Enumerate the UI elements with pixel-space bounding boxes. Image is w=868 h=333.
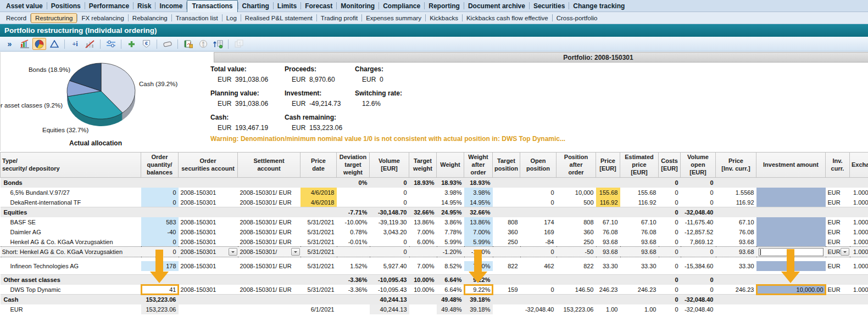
delta-icon[interactable]	[47, 38, 61, 50]
menu-tab-securities[interactable]: Securities	[530, 1, 569, 11]
performance-chart-icon[interactable]	[18, 38, 31, 50]
menu-tab-reporting[interactable]: Reporting	[425, 1, 464, 11]
settings-sliders-icon[interactable]	[104, 38, 118, 50]
cell-wao: 32.66%	[464, 207, 493, 217]
column-header-exch[interactable]: Exchange	[850, 153, 868, 178]
subtab-realised-p-l-statement[interactable]: Realised P&L statement	[241, 14, 316, 22]
cell-invcurr[interactable]: EUR	[826, 247, 850, 257]
table-row-equities: Equities-7.71%-30,148.7032.66%24.95%32.6…	[1, 207, 868, 217]
cell-invamt[interactable]: 10,000.00	[756, 285, 826, 295]
cell-wao[interactable]: 14.95%	[464, 197, 493, 207]
column-header-tpos[interactable]: Target position	[493, 153, 520, 178]
cell-wao[interactable]: 7.00%	[464, 227, 493, 237]
subtab-kickbacks[interactable]: Kickbacks	[426, 14, 462, 22]
column-header-date[interactable]: Price date	[301, 153, 337, 178]
subtab-record[interactable]: Record	[2, 14, 30, 22]
cell-qty[interactable]: -40	[141, 227, 179, 237]
column-header-sec[interactable]: Order securities account	[179, 153, 238, 178]
subtab-restructuring[interactable]: Restructuring	[31, 13, 77, 23]
cell-qty: 153,223.06	[141, 304, 179, 314]
cell-qty[interactable]: 0	[141, 197, 179, 207]
subtab-cross-portfolio[interactable]: Cross-portfolio	[553, 14, 602, 22]
column-header-twgt[interactable]: Target weight	[409, 153, 437, 178]
add-info-icon[interactable]: +i	[68, 38, 82, 50]
dropdown-button[interactable]	[291, 248, 300, 256]
menu-tab-performance[interactable]: Performance	[85, 1, 133, 11]
column-header-priceinv[interactable]: Price [Inv. curr.]	[716, 153, 756, 178]
menu-tab-charting[interactable]: Charting	[238, 1, 273, 11]
add-icon[interactable]	[125, 38, 138, 50]
cell-name[interactable]: Cash	[1, 295, 141, 304]
menu-tab-transactions[interactable]: Transactions	[187, 0, 237, 12]
tutorial-arrow-order-quantity	[150, 250, 169, 284]
menu-tab-risk[interactable]: Risk	[133, 1, 155, 11]
column-header-invcurr[interactable]: Inv. curr.	[826, 153, 850, 178]
cell-qty[interactable]: 0	[141, 237, 179, 247]
menu-tab-income[interactable]: Income	[155, 1, 186, 11]
cell-name[interactable]: Short: Henkel AG & Co. KGaA Vorzugsaktie…	[1, 247, 141, 257]
cell-qty[interactable]: 41	[141, 285, 179, 295]
column-header-wao[interactable]: Weight after order	[464, 153, 493, 178]
column-header-dev[interactable]: Deviation target weight	[337, 153, 370, 178]
cell-qty[interactable]: 0	[141, 188, 179, 197]
subtab-trading-profit[interactable]: Trading profit	[317, 14, 361, 22]
menu-tab-limits[interactable]: Limits	[274, 1, 301, 11]
cell-qty[interactable]: 583	[141, 217, 179, 227]
cell-name[interactable]: Daimler AG	[1, 227, 141, 237]
cell-name[interactable]: DWS Top Dynamic	[1, 285, 141, 295]
subtab-expenses-summary[interactable]: Expenses summary	[362, 14, 425, 22]
column-header-opos[interactable]: Open position	[520, 153, 557, 178]
cell-name[interactable]: Bonds	[1, 178, 141, 188]
menu-tab-compliance[interactable]: Compliance	[379, 1, 424, 11]
cell-wao[interactable]: 9.22%	[464, 285, 493, 295]
cell-sec[interactable]: 2008-150301	[179, 247, 238, 257]
dropdown-button[interactable]	[229, 248, 237, 256]
cell-tpos	[493, 275, 520, 285]
cell-name[interactable]: BASF SE	[1, 217, 141, 227]
order-book-icon[interactable]	[181, 38, 195, 50]
menu-tab-change-tracking[interactable]: Change tracking	[569, 1, 628, 11]
cell-settle[interactable]: 2008-150301/	[238, 247, 301, 257]
subtab-transaction-list[interactable]: Transaction list	[172, 14, 222, 22]
subtab-fx-rebalancing[interactable]: FX rebalancing	[77, 14, 127, 22]
column-header-qty[interactable]: Order quantity/ balances	[141, 153, 179, 178]
expand-toolbar-icon[interactable]: »	[3, 38, 16, 50]
cell-name[interactable]: Infineon Technologies AG	[1, 261, 141, 271]
spacer	[1, 271, 868, 275]
pie-chart-icon[interactable]	[32, 38, 46, 50]
column-header-wgt[interactable]: Weight	[437, 153, 464, 178]
cell-name[interactable]: 6,5% Bundanl.V.97/27	[1, 188, 141, 197]
cell-name[interactable]: DekaRent-international TF	[1, 197, 141, 207]
cell-wao[interactable]: 13.86%	[464, 217, 493, 227]
hide-chart-icon[interactable]	[83, 38, 97, 50]
buy-sell-icon[interactable]: BS	[196, 38, 210, 50]
cell-wao[interactable]: 3.98%	[464, 188, 493, 197]
cell-wgt: 7.78%	[437, 227, 464, 237]
subtab-rebalancing[interactable]: Rebalancing	[129, 14, 171, 22]
menu-tab-monitoring[interactable]: Monitoring	[337, 1, 379, 11]
column-header-vol[interactable]: Volume [EUR]	[370, 153, 409, 178]
column-header-name[interactable]: Type/ security/ depository	[1, 153, 141, 178]
column-header-est[interactable]: Estimated price [EUR]	[620, 153, 659, 178]
column-header-price[interactable]: Price [EUR]	[596, 153, 620, 178]
eraser-icon[interactable]	[160, 38, 174, 50]
cell-name[interactable]: EUR	[1, 304, 141, 314]
subtab-log[interactable]: Log	[222, 14, 241, 22]
cell-wao[interactable]: 5.99%	[464, 237, 493, 247]
column-header-costs[interactable]: Costs [EUR]	[659, 153, 681, 178]
menu-tab-asset-value[interactable]: Asset value	[2, 1, 47, 11]
column-header-invamt[interactable]: Investment amount	[756, 153, 826, 178]
column-header-pao[interactable]: Position after order	[557, 153, 596, 178]
subtab-kickbacks-cash-flow-effective[interactable]: Kickbacks cash flow effective	[463, 14, 552, 22]
column-header-settle[interactable]: Settlement account	[238, 153, 301, 178]
cell-name[interactable]: Henkel AG & Co. KGaA Vorzugsaktien	[1, 237, 141, 247]
import-positions-icon[interactable]	[211, 38, 225, 50]
cell-name[interactable]: Equities	[1, 207, 141, 217]
menu-tab-positions[interactable]: Positions	[47, 1, 85, 11]
cell-name[interactable]: Other asset classes	[1, 275, 141, 285]
euro-shield-icon[interactable]: €	[140, 38, 153, 50]
menu-tab-document-archive[interactable]: Document archive	[464, 1, 529, 11]
dropdown-button[interactable]	[841, 248, 849, 256]
column-header-volopen[interactable]: Volume open [EUR]	[681, 153, 716, 178]
menu-tab-forecast[interactable]: Forecast	[301, 1, 336, 11]
